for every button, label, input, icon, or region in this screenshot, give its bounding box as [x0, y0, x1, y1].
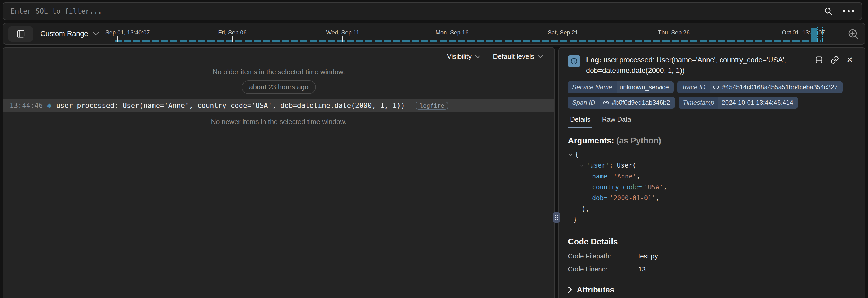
logfire-app: Custom Range Sep 01, 13:40:07 Fri, Sep 0… — [0, 0, 868, 298]
time-range-selector[interactable]: Custom Range — [40, 23, 99, 44]
link-icon — [603, 99, 609, 106]
search-icon[interactable] — [824, 6, 833, 16]
arguments-heading: Arguments: (as Python) — [568, 136, 854, 145]
link-icon — [713, 84, 719, 90]
arguments-section: Arguments: (as Python) { 'user': User — [559, 128, 865, 225]
metadata-badges: Service Name unknown_service Trace ID #4… — [568, 81, 854, 109]
span-id-chip[interactable]: Span ID #b0f0d9ed1ab346b2 — [568, 97, 675, 109]
log-tag-badge: logfire — [416, 102, 448, 110]
arguments-code-tree: { 'user': User( name='Anne', country_cod… — [568, 149, 854, 225]
info-level-icon — [568, 55, 580, 67]
records-panel-controls: Visibility Default levels — [447, 53, 543, 61]
code-details-section: Code Details Code Filepath: test.py Code… — [559, 225, 865, 273]
default-levels-dropdown[interactable]: Default levels — [493, 53, 543, 61]
more-options-icon[interactable] — [843, 10, 854, 12]
no-newer-items-text: No newer items in the selected time wind… — [3, 118, 554, 126]
visibility-label: Visibility — [447, 53, 471, 61]
log-diamond-icon: ◆ — [47, 102, 52, 109]
attributes-expander[interactable]: Attributes — [568, 285, 854, 294]
timeline-spike-bar — [811, 28, 817, 42]
records-panel: Visibility Default levels No older items… — [3, 47, 555, 298]
panel-splitter — [555, 47, 558, 298]
main-content: Visibility Default levels No older items… — [3, 47, 865, 298]
chip-label: Span ID — [568, 97, 599, 109]
code-filepath-value: test.py — [638, 253, 854, 260]
sidebar-toggle-button[interactable] — [8, 26, 33, 42]
chip-label: Timestamp — [679, 97, 718, 109]
chevron-down-icon — [537, 55, 543, 59]
chip-label: Trace ID — [677, 81, 710, 93]
code-filepath-label: Code Filepath: — [568, 253, 638, 260]
dock-layout-icon[interactable] — [815, 56, 823, 64]
visibility-dropdown[interactable]: Visibility — [447, 53, 480, 61]
code-lineno-value: 13 — [638, 265, 854, 273]
sql-filter-input[interactable] — [10, 7, 824, 15]
tab-details[interactable]: Details — [568, 115, 592, 128]
log-record-row[interactable]: 13:44:46 ◆ user processed: User(name='An… — [3, 99, 554, 112]
chip-label: Service Name — [568, 81, 617, 93]
detail-header: Log: user processed: User(name='Anne', c… — [559, 48, 865, 76]
chip-value: #b0f0d9ed1ab346b2 — [612, 99, 670, 106]
timeline-activity-dashes — [115, 39, 821, 42]
splitter-drag-handle[interactable] — [553, 212, 560, 223]
detail-message: user processed: User(name='Anne', countr… — [586, 56, 786, 74]
copy-link-icon[interactable] — [831, 56, 839, 64]
tab-raw-data[interactable]: Raw Data — [600, 115, 633, 128]
attributes-label: Attributes — [577, 285, 614, 294]
log-time: 13:44:46 — [9, 102, 43, 109]
relative-time-badge: about 23 hours ago — [242, 80, 316, 94]
chevron-right-icon — [568, 286, 572, 294]
chip-value: 2024-10-01 13:44:46.414 — [721, 99, 793, 106]
sql-filter-bar — [3, 2, 862, 20]
trace-id-chip[interactable]: Trace ID #454514c0168a455a51bb4ceba354c3… — [677, 81, 842, 93]
default-levels-label: Default levels — [493, 53, 534, 61]
detail-level-label: Log: — [586, 56, 601, 64]
tree-collapse-icon[interactable] — [568, 154, 575, 156]
detail-title: Log: user processed: User(name='Anne', c… — [586, 55, 798, 76]
tree-collapse-icon[interactable] — [580, 164, 586, 167]
code-lineno-label: Code Lineno: — [568, 265, 638, 273]
panel-left-icon — [16, 29, 25, 38]
detail-panel: Log: user processed: User(name='Anne', c… — [558, 47, 865, 298]
chevron-down-icon — [92, 32, 99, 36]
indent-guide — [571, 162, 571, 216]
chip-value: unknown_service — [620, 84, 669, 91]
grip-dots-icon — [555, 215, 558, 220]
close-icon[interactable]: ✕ — [846, 56, 853, 64]
timestamp-chip: Timestamp 2024-10-01 13:44:46.414 — [679, 97, 798, 109]
code-details-heading: Code Details — [568, 237, 854, 246]
chip-value: #454514c0168a455a51bb4ceba354c327 — [722, 84, 837, 91]
time-range-label: Custom Range — [40, 30, 88, 38]
zoom-in-button[interactable] — [847, 28, 860, 41]
log-message: user processed: User(name='Anne', countr… — [56, 102, 405, 109]
timeline-bar: Custom Range Sep 01, 13:40:07 Fri, Sep 0… — [3, 23, 865, 44]
divider — [101, 29, 101, 39]
timeline-selection-marker[interactable] — [817, 27, 823, 42]
no-older-items-text: No older items in the selected time wind… — [3, 68, 554, 76]
detail-tabs: Details Raw Data — [568, 115, 854, 128]
service-name-chip: Service Name unknown_service — [568, 81, 674, 93]
chevron-down-icon — [475, 55, 481, 59]
